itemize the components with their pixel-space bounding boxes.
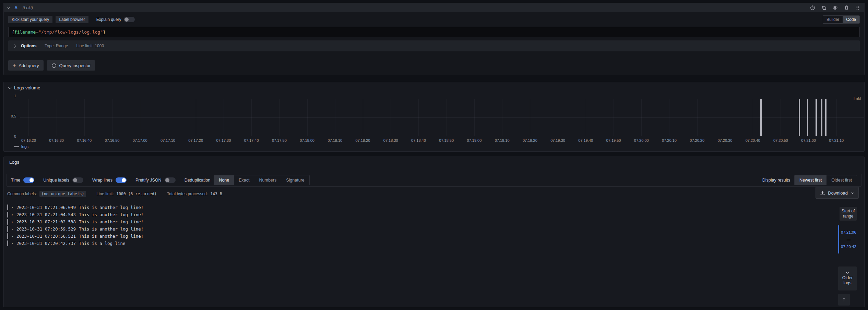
logs-volume-bar[interactable] bbox=[799, 99, 800, 136]
x-gridline bbox=[781, 99, 781, 136]
prettify-json-toggle[interactable] bbox=[165, 177, 176, 183]
query-row-header[interactable]: A (Loki) bbox=[4, 3, 864, 12]
x-gridline bbox=[168, 99, 168, 136]
dedup-option-none[interactable]: None bbox=[214, 175, 234, 185]
x-tick-label: 07:18:40 bbox=[411, 138, 426, 142]
log-row[interactable]: ›2023-10-31 07:21:04.543This is another … bbox=[7, 211, 864, 218]
deduplication-label: Deduplication bbox=[185, 178, 211, 183]
logs-volume-chart: 00.51 Loki bbox=[4, 96, 864, 136]
prettify-json-control: Prettify JSON bbox=[135, 177, 176, 183]
x-gridline bbox=[697, 99, 698, 136]
x-tick-label: 07:18:10 bbox=[328, 138, 342, 142]
wrap-lines-control: Wrap lines bbox=[92, 177, 127, 183]
log-row[interactable]: ›2023-10-31 07:20:56.521This is another … bbox=[7, 233, 864, 240]
logs-volume-bar[interactable] bbox=[816, 99, 817, 136]
x-gridline bbox=[279, 99, 280, 136]
loki-query-input[interactable]: {filename="/tmp/flow-logs/log.log"} bbox=[8, 27, 860, 37]
log-row[interactable]: ›2023-10-31 07:21:02.538This is another … bbox=[7, 218, 864, 225]
log-row[interactable]: ›2023-10-31 07:20:42.737This is a log li… bbox=[7, 240, 864, 247]
dedup-option-signature[interactable]: Signature bbox=[281, 175, 309, 185]
query-label-name: filename bbox=[14, 29, 36, 35]
x-tick-label: 07:16:40 bbox=[77, 138, 92, 142]
query-options-row[interactable]: Options Type: Range Line limit: 1000 bbox=[8, 40, 860, 51]
logs-controls-left: TimeUnique labelsWrap linesPrettify JSON… bbox=[11, 175, 310, 185]
query-open-brace: { bbox=[12, 29, 14, 35]
time-toggle[interactable] bbox=[23, 177, 34, 183]
logs-volume-bar[interactable] bbox=[825, 99, 827, 136]
expand-log-icon[interactable]: › bbox=[11, 205, 14, 210]
wrap-lines-toggle[interactable] bbox=[116, 177, 127, 183]
logs-title: Logs bbox=[4, 157, 864, 165]
logs-volume-bar[interactable] bbox=[760, 99, 762, 136]
help-icon[interactable] bbox=[809, 5, 816, 11]
kick-start-query-button[interactable]: Kick start your query bbox=[8, 16, 52, 23]
x-tick-label: 07:17:20 bbox=[188, 138, 203, 142]
expand-log-icon[interactable]: › bbox=[11, 220, 14, 224]
remove-query-trash-icon[interactable] bbox=[843, 5, 849, 11]
log-timestamp: 2023-10-31 07:20:59.529 bbox=[16, 226, 76, 232]
options-type: Type: Range bbox=[45, 44, 68, 48]
toggle-knob bbox=[165, 178, 169, 182]
query-inspector-button[interactable]: Query inspector bbox=[47, 60, 95, 71]
x-gridline bbox=[363, 99, 363, 136]
log-row[interactable]: ›2023-10-31 07:21:06.049This is another … bbox=[7, 204, 864, 211]
x-gridline bbox=[251, 99, 252, 136]
x-tick-label: 07:20:20 bbox=[690, 138, 704, 142]
range-separator: — bbox=[847, 237, 851, 241]
options-line-limit: Line limit: 1000 bbox=[76, 44, 104, 48]
x-tick-label: 07:17:00 bbox=[133, 138, 147, 142]
collapse-query-icon[interactable] bbox=[7, 5, 10, 9]
expand-log-icon[interactable]: › bbox=[11, 241, 14, 246]
display-option-newest-first[interactable]: Newest first bbox=[795, 175, 827, 185]
log-level-indicator bbox=[7, 233, 8, 239]
label-browser-button[interactable]: Label browser bbox=[56, 16, 88, 23]
query-editor-body: Kick start your query Label browser Expl… bbox=[4, 12, 864, 55]
x-tick-label: 07:18:30 bbox=[383, 138, 398, 142]
expand-log-icon[interactable]: › bbox=[11, 227, 14, 232]
logs-volume-bar[interactable] bbox=[807, 99, 808, 136]
log-timestamp: 2023-10-31 07:21:02.538 bbox=[16, 219, 76, 224]
x-gridline bbox=[112, 99, 112, 136]
mode-option-builder[interactable]: Builder bbox=[823, 16, 843, 23]
dedup-option-numbers[interactable]: Numbers bbox=[254, 175, 282, 185]
options-expand-icon[interactable] bbox=[13, 44, 16, 48]
x-gridline bbox=[474, 99, 475, 136]
expand-log-icon[interactable]: › bbox=[11, 212, 14, 217]
arrow-up-icon bbox=[842, 297, 846, 302]
add-query-button[interactable]: + Add query bbox=[8, 60, 44, 71]
x-gridline bbox=[447, 99, 447, 136]
log-row[interactable]: ›2023-10-31 07:20:59.529This is another … bbox=[7, 225, 864, 233]
log-message: This is another log line! bbox=[79, 205, 143, 210]
mode-option-code[interactable]: Code bbox=[843, 16, 859, 23]
logs-volume-panel: Logs volume 00.51 Loki 07:16:2007:16:300… bbox=[3, 82, 865, 152]
drag-handle-icon[interactable] bbox=[855, 5, 861, 11]
x-tick-label: 07:18:00 bbox=[300, 138, 314, 142]
time-control: Time bbox=[11, 177, 34, 183]
logs-volume-plot[interactable]: Loki bbox=[20, 99, 864, 136]
expand-log-icon[interactable]: › bbox=[11, 234, 14, 239]
logs-volume-bar[interactable] bbox=[821, 99, 822, 136]
x-tick-label: 07:20:50 bbox=[773, 138, 788, 142]
logs-volume-collapse-icon[interactable] bbox=[8, 86, 12, 89]
dedup-option-exact[interactable]: Exact bbox=[234, 175, 254, 185]
duplicate-query-icon[interactable] bbox=[821, 5, 827, 11]
logs-volume-header[interactable]: Logs volume bbox=[4, 82, 864, 91]
logs-volume-legend[interactable]: logs bbox=[14, 145, 864, 149]
query-operator: = bbox=[36, 29, 38, 35]
explain-query-control: Explain query bbox=[96, 17, 135, 22]
unique-labels-toggle[interactable] bbox=[72, 177, 83, 183]
x-tick-label: 07:19:50 bbox=[606, 138, 621, 142]
info-icon bbox=[51, 63, 57, 68]
explain-query-toggle[interactable] bbox=[124, 17, 135, 22]
download-button[interactable]: Download bbox=[816, 187, 859, 199]
hide-response-eye-icon[interactable] bbox=[832, 5, 838, 11]
download-caret-icon bbox=[851, 191, 854, 195]
unique-labels-label: Unique labels bbox=[43, 178, 69, 183]
download-icon bbox=[820, 190, 825, 196]
visible-range-indicator[interactable]: 07:21:06 — 07:20:42 bbox=[838, 225, 858, 253]
older-logs-button[interactable]: Older logs bbox=[838, 266, 857, 290]
display-option-oldest-first[interactable]: Oldest first bbox=[827, 175, 857, 185]
scroll-to-top-button[interactable] bbox=[838, 294, 850, 306]
log-message: This is a log line bbox=[79, 241, 125, 246]
legend-series-label: logs bbox=[21, 145, 28, 149]
